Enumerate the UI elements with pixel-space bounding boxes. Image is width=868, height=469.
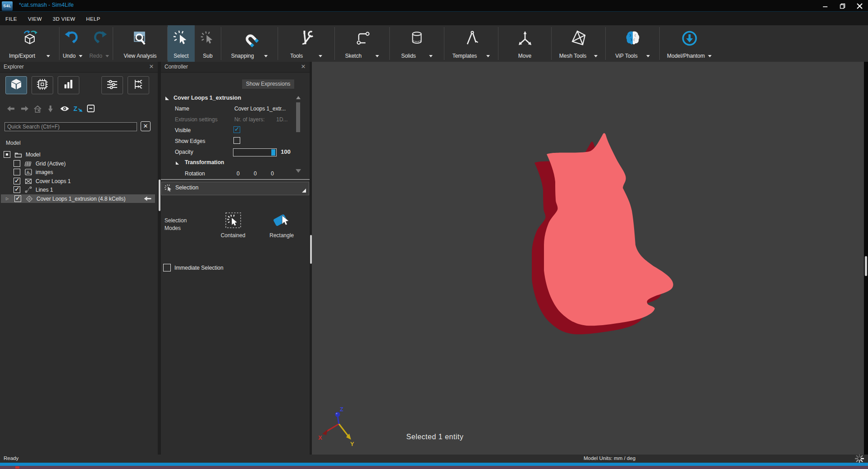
- explorer-panel: Explorer ✕ Z: [0, 62, 158, 455]
- scroll-up-icon[interactable]: [296, 96, 301, 99]
- checkbox[interactable]: [14, 195, 21, 202]
- checkbox[interactable]: [14, 160, 20, 167]
- menu-file[interactable]: FILE: [5, 16, 17, 22]
- zoom-to-selection-icon[interactable]: Z: [73, 105, 83, 113]
- chevron-down-icon[interactable]: [79, 55, 82, 57]
- checkbox[interactable]: [14, 169, 20, 175]
- tree-row-model[interactable]: Model: [0, 150, 156, 159]
- tab-simulation-view[interactable]: [32, 76, 53, 94]
- tab-hierarchy-view[interactable]: [128, 76, 149, 94]
- toolbar-move[interactable]: Move: [498, 25, 551, 62]
- tree-row-images[interactable]: A images: [0, 168, 156, 176]
- cat-model[interactable]: [528, 129, 680, 340]
- immediate-selection-checkbox[interactable]: [163, 264, 171, 271]
- chevron-down-icon[interactable]: [375, 55, 379, 57]
- taskbar-accent: [15, 466, 19, 469]
- tree-row-lines[interactable]: Lines 1: [0, 185, 156, 194]
- chevron-down-icon[interactable]: [486, 55, 490, 57]
- checkbox[interactable]: [4, 151, 10, 158]
- scroll-to-icon[interactable]: [48, 105, 53, 113]
- toolbar-sub[interactable]: Sub: [195, 25, 221, 62]
- scrollbar-thumb[interactable]: [296, 102, 300, 132]
- visible-checkbox[interactable]: [233, 126, 240, 133]
- home-icon[interactable]: [33, 105, 42, 113]
- toolbar-templates[interactable]: Templates: [444, 25, 498, 62]
- tab-model-view[interactable]: [5, 76, 27, 94]
- download-circle-icon: [681, 25, 699, 51]
- viewport-3d[interactable]: X Y Z Selected 1 entity: [312, 62, 864, 455]
- show-expressions-button[interactable]: Show Expressions: [242, 79, 295, 89]
- toolbar-view-analysis[interactable]: View Analysis: [113, 25, 167, 62]
- close-icon[interactable]: ✕: [300, 63, 307, 70]
- close-button[interactable]: [851, 0, 868, 12]
- minimize-button[interactable]: [817, 0, 834, 12]
- splitter-grip[interactable]: [310, 235, 312, 264]
- tree-row-grid[interactable]: Grid (Active): [0, 159, 156, 168]
- chevron-down-icon[interactable]: [594, 55, 598, 57]
- rotation-y[interactable]: 0: [254, 170, 257, 177]
- property-group-title: Cover Loops 1_extrusion: [174, 95, 241, 101]
- close-icon[interactable]: ✕: [148, 63, 155, 70]
- expander-icon[interactable]: ▷: [6, 197, 9, 201]
- menu-3d-view[interactable]: 3D VIEW: [53, 16, 75, 22]
- rotation-z[interactable]: 0: [271, 170, 274, 177]
- splitter-grip[interactable]: [159, 179, 160, 211]
- toolbar-solids[interactable]: Solids: [390, 25, 444, 62]
- chevron-down-icon[interactable]: [46, 55, 50, 57]
- toolbar-label: ViP Tools: [615, 53, 637, 59]
- checkbox[interactable]: [14, 178, 20, 184]
- toolbar-imp-export[interactable]: Imp/Export: [0, 25, 59, 62]
- tree-row-extrusion[interactable]: ▷ Cover Loops 1_extrusion (4.8 kCells): [1, 194, 155, 203]
- scrollbar-thumb[interactable]: [865, 256, 867, 276]
- collapse-triangle-icon[interactable]: [165, 97, 169, 100]
- mode-rectangle-button[interactable]: [272, 212, 291, 231]
- mode-contained-button[interactable]: [225, 212, 242, 230]
- name-value[interactable]: Cover Loops 1_extr...: [234, 106, 286, 112]
- toolbar-select[interactable]: Select: [168, 25, 195, 62]
- panel-splitter[interactable]: [158, 62, 161, 455]
- sketch-icon: [354, 25, 371, 51]
- chevron-down-icon[interactable]: [429, 55, 433, 57]
- toolbar-tools[interactable]: Tools: [278, 25, 334, 62]
- restore-button[interactable]: [834, 0, 851, 12]
- toolbar-sketch[interactable]: Sketch: [335, 25, 389, 62]
- menu-help[interactable]: HELP: [86, 16, 101, 22]
- tab-properties-view[interactable]: [101, 76, 123, 94]
- chevron-down-icon[interactable]: [708, 55, 712, 57]
- locate-back-arrow-icon[interactable]: [144, 196, 151, 202]
- view-analysis-icon: [132, 25, 149, 51]
- toolbar-mesh-tools[interactable]: Mesh Tools: [552, 25, 605, 62]
- opacity-slider-handle[interactable]: [271, 149, 275, 156]
- folder-icon: [14, 152, 22, 158]
- toolbar-label: Snapping: [231, 53, 254, 59]
- toolbar-vip-tools[interactable]: ViP Tools: [606, 25, 659, 62]
- collapse-all-icon[interactable]: [87, 105, 95, 113]
- collapse-triangle-icon[interactable]: [176, 161, 179, 165]
- back-icon[interactable]: [7, 105, 15, 113]
- chevron-down-icon[interactable]: [646, 55, 650, 57]
- viewport-scrollbar[interactable]: [864, 62, 868, 455]
- opacity-slider[interactable]: [233, 148, 277, 156]
- tree-row-cover-loops[interactable]: Cover Loops 1: [0, 177, 156, 185]
- selection-section-title: Selection: [175, 184, 198, 191]
- bar-chart-icon: [62, 78, 75, 92]
- toolbar-undo[interactable]: Undo: [59, 25, 86, 62]
- scroll-down-icon[interactable]: [296, 169, 301, 173]
- checkbox[interactable]: [14, 186, 20, 193]
- selection-section-header[interactable]: Selection: [161, 182, 309, 195]
- menu-view[interactable]: VIEW: [28, 16, 42, 22]
- search-input[interactable]: [5, 122, 137, 131]
- search-clear-button[interactable]: ✕: [141, 121, 151, 131]
- chevron-down-icon[interactable]: [264, 55, 268, 57]
- collapse-corner-icon[interactable]: [302, 189, 306, 193]
- show-edges-checkbox[interactable]: [233, 137, 240, 144]
- toolbar-redo[interactable]: Redo: [86, 25, 113, 62]
- toolbar-model-phantom[interactable]: Model/Phantom: [660, 25, 719, 62]
- chevron-down-icon[interactable]: [319, 55, 322, 57]
- toolbar-snapping[interactable]: Snapping: [221, 25, 278, 62]
- tab-analysis-view[interactable]: [58, 76, 79, 94]
- forward-icon[interactable]: [21, 105, 29, 113]
- rotation-x[interactable]: 0: [237, 170, 240, 177]
- visibility-eye-icon[interactable]: [60, 105, 69, 113]
- toolbar-label: Move: [518, 53, 531, 59]
